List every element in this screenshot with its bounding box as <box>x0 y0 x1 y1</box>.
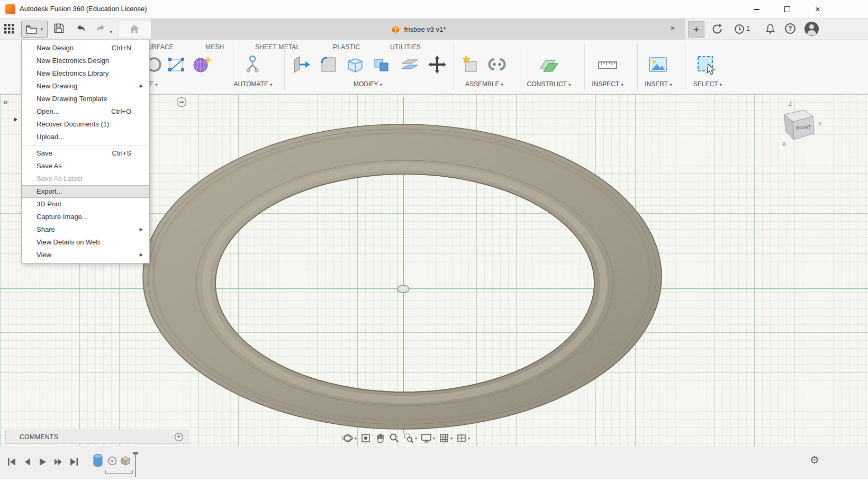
job-status-clock-icon[interactable] <box>734 24 745 36</box>
frisbee-body <box>143 124 662 429</box>
quick-access-toolbar: ▾ ▾ frisbee v3 v1* × + 1 <box>0 19 868 40</box>
timeline-play-button[interactable] <box>36 456 49 470</box>
automate-group-label[interactable]: AUTOMATE▾ <box>233 80 272 88</box>
chevron-down-icon: ▾ <box>670 82 672 87</box>
timeline-settings-gear-icon[interactable]: ⚙ <box>810 453 819 466</box>
move-copy-icon[interactable] <box>427 54 447 76</box>
modify-group-label[interactable]: MODIFY▾ <box>354 80 382 88</box>
folder-icon <box>26 25 37 34</box>
construct-plane-icon[interactable] <box>538 54 559 76</box>
job-count-badge: 1 <box>746 25 750 32</box>
create-form-icon[interactable] <box>192 54 213 76</box>
view-cube[interactable]: RIGHT Z Y X <box>774 98 825 149</box>
chevron-down-icon: ▾ <box>355 436 357 441</box>
redo-button[interactable]: ▾ <box>95 24 112 35</box>
file-menu-item[interactable]: New Electronics Library <box>22 67 149 80</box>
look-at-button[interactable] <box>360 433 371 443</box>
sync-status-icon[interactable] <box>711 23 723 37</box>
select-tool-icon[interactable] <box>696 54 717 77</box>
app-grid-icon[interactable] <box>4 24 14 35</box>
minimize-button[interactable] <box>741 0 772 19</box>
group-divider <box>584 44 585 90</box>
titlebar: Autodesk Fusion 360 (Education License) … <box>0 0 868 19</box>
timeline-go-to-start-button[interactable] <box>5 456 18 470</box>
zoom-button[interactable] <box>389 433 400 443</box>
file-menu-item[interactable]: Export... <box>22 185 149 198</box>
chevron-down-icon: ▾ <box>155 82 158 87</box>
zoom-window-button[interactable]: ▾ <box>403 433 417 443</box>
window-title: Autodesk Fusion 360 (Education License) <box>20 5 147 13</box>
file-menu-item[interactable]: Save Ctrl+S <box>22 147 149 160</box>
maximize-button[interactable] <box>772 0 802 19</box>
file-menu-item[interactable]: Save As Latest <box>22 172 149 185</box>
file-menu-item[interactable]: New Drawing <box>22 80 149 93</box>
file-menu-item[interactable]: Open... Ctrl+O <box>22 105 149 118</box>
chevron-down-icon: ▾ <box>468 436 470 441</box>
joint-icon[interactable] <box>487 54 507 76</box>
timeline-go-to-end-button[interactable] <box>68 456 80 470</box>
new-tab-button[interactable]: + <box>688 21 704 38</box>
tab-mesh[interactable]: MESH <box>205 43 224 51</box>
orbit-button[interactable]: ▾ <box>342 432 357 444</box>
notifications-bell-icon[interactable] <box>765 23 775 36</box>
navigation-bar: ▾ ▾ ▾ ▾ <box>342 431 470 446</box>
minimize-icon <box>754 9 760 10</box>
viewports-button[interactable]: ▾ <box>456 433 470 443</box>
browser-visibility-toggle[interactable] <box>177 97 186 107</box>
comments-label: COMMENTS <box>20 433 58 441</box>
timeline-step-forward-button[interactable] <box>52 456 65 470</box>
help-icon[interactable]: ? <box>785 23 795 34</box>
file-menu-item[interactable]: Recover Documents (1) <box>22 118 149 131</box>
create-sketch-icon[interactable] <box>166 54 186 76</box>
undo-button[interactable] <box>75 24 86 35</box>
fillet-icon[interactable] <box>319 54 339 76</box>
pan-button[interactable] <box>375 433 385 443</box>
insert-group-label[interactable]: INSERT▾ <box>645 80 672 88</box>
assemble-group-label[interactable]: ASSEMBLE▾ <box>465 80 503 88</box>
file-menu-item[interactable]: View Details on Web <box>22 236 149 249</box>
combine-icon[interactable] <box>372 54 392 76</box>
tab-close-button[interactable]: × <box>667 23 678 34</box>
tab-plastic[interactable]: PLASTIC <box>333 43 360 51</box>
browser-collapse-icon[interactable]: « <box>3 97 7 107</box>
file-menu-item[interactable]: Share <box>22 223 149 236</box>
offset-face-icon[interactable] <box>400 54 420 76</box>
file-menu-item[interactable]: Save As <box>22 160 149 172</box>
insert-canvas-icon[interactable] <box>648 54 668 76</box>
file-menu-item[interactable]: Upload... <box>22 131 149 143</box>
file-menu-item[interactable]: Capture Image... <box>22 211 149 223</box>
timeline-feature-extrude[interactable] <box>120 456 131 468</box>
file-menu-item[interactable]: New Design Ctrl+N <box>22 42 149 54</box>
tab-utilities[interactable]: UTILITIES <box>390 43 421 51</box>
document-tab[interactable]: frisbee v3 v1* <box>151 19 685 40</box>
timeline-feature-sketch[interactable] <box>107 456 117 468</box>
shell-icon[interactable] <box>345 54 365 76</box>
grid-snap-button[interactable]: ▾ <box>439 433 453 443</box>
user-avatar[interactable] <box>804 22 819 36</box>
comments-bar[interactable]: COMMENTS + <box>5 430 188 444</box>
file-menu-button[interactable]: ▾ <box>21 21 48 38</box>
measure-ruler-icon[interactable] <box>597 54 618 76</box>
home-button[interactable] <box>129 24 140 35</box>
add-comment-icon[interactable]: + <box>175 433 183 441</box>
display-settings-button[interactable]: ▾ <box>421 433 435 443</box>
browser-expand-arrow[interactable] <box>14 117 17 122</box>
select-group-label[interactable]: SELECT▾ <box>693 80 722 88</box>
document-cube-icon <box>391 25 400 34</box>
new-component-icon[interactable] <box>460 54 481 76</box>
inspect-group-label[interactable]: INSPECT▾ <box>592 80 623 88</box>
automate-icon[interactable] <box>242 54 263 76</box>
group-divider <box>685 44 685 90</box>
file-menu-item[interactable]: New Electronics Design <box>22 54 149 67</box>
press-pull-icon[interactable] <box>291 54 311 76</box>
timeline-step-back-button[interactable] <box>21 456 34 470</box>
file-menu-item[interactable]: View <box>22 249 149 261</box>
group-divider <box>521 44 521 90</box>
tab-sheet-metal[interactable]: SHEET METAL <box>255 43 300 51</box>
file-menu-item[interactable]: New Drawing Template <box>22 93 149 105</box>
timeline-feature-body[interactable] <box>92 453 104 470</box>
file-menu-item[interactable]: 3D Print <box>22 198 149 211</box>
construct-group-label[interactable]: CONSTRUCT▾ <box>527 80 571 88</box>
save-button[interactable] <box>54 23 64 35</box>
close-button[interactable]: × <box>802 0 833 19</box>
